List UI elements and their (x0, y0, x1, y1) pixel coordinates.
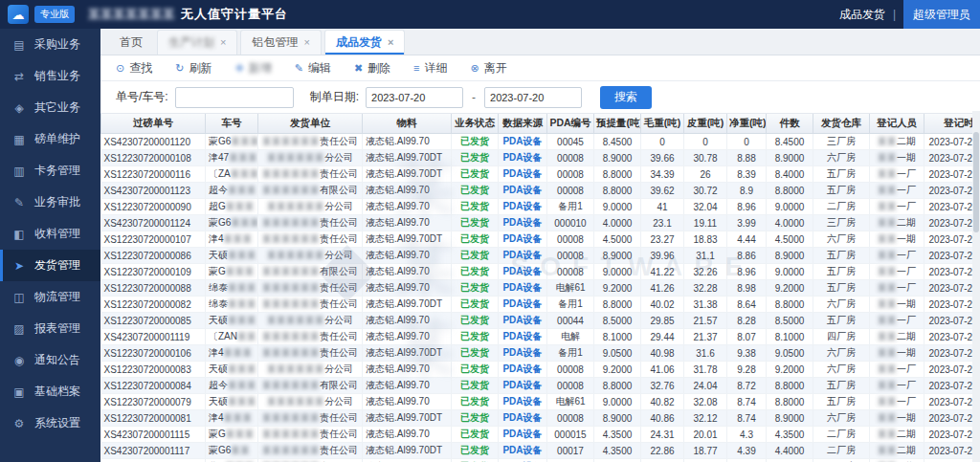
cell-pda-no: 00010 (547, 459, 594, 462)
col-header-status[interactable]: 业务状态 (452, 114, 499, 134)
table-row[interactable]: XS12230720000090超G某某某某某某某某某分公司液态铝.Al99.7… (101, 199, 973, 215)
date-from-input[interactable] (366, 87, 463, 108)
settings-icon: ⚙ (12, 417, 26, 430)
delete-button[interactable]: ✖删除 (354, 60, 390, 77)
tab-close-icon[interactable]: × (388, 37, 393, 48)
table-row[interactable]: XS12230720000108津47某某某某某某某某某分公司液态铝.Al99.… (101, 150, 973, 166)
table-row[interactable]: XS12230720000109蒙G某某某某某某某某某有限公司液态铝.Al99.… (101, 264, 973, 280)
col-header-tare[interactable]: 皮重(吨) (684, 114, 727, 134)
user-badge[interactable]: 超级管理员 (903, 0, 980, 29)
refresh-button[interactable]: ↻刷新 (175, 60, 212, 77)
col-header-pieces[interactable]: 件数 (767, 114, 813, 134)
table-row[interactable]: XS12230720000116〔ZA某某某某某某某某某责任公司液态铝.Al99… (101, 166, 973, 183)
col-header-car-no[interactable]: 车号 (206, 114, 258, 134)
tab-home[interactable]: 首页 (108, 30, 154, 55)
sidebar-item-logistics[interactable]: ◫物流管理 (0, 281, 100, 313)
bill-no-input[interactable] (175, 87, 294, 108)
data-grid: 过磅单号车号发货单位物料业务状态数据来源PDA编号预提量(吨)毛重(吨)皮重(吨… (100, 114, 972, 462)
table-row[interactable]: XS12230720000088绵泰某某某某某某某某某责任公司液态铝.Al99.… (101, 280, 973, 297)
col-header-gross[interactable]: 毛重(吨) (641, 114, 684, 134)
vertical-scrollbar[interactable] (972, 111, 980, 462)
tab-close-icon[interactable]: × (220, 37, 226, 48)
cell-planned: 8.1000 (594, 329, 641, 345)
table-row[interactable]: XS12230720000106津4某某某某某某某某某责任公司液态铝.Al99.… (101, 345, 973, 362)
cell-material: 液态铝.Al99.70 (363, 427, 452, 443)
cell-pieces: 9.0000 (767, 199, 813, 215)
tab-plan[interactable]: 生产计划× (157, 30, 237, 55)
table-row[interactable]: XS42307200001124蒙G6某某某某某某某某某责任公司液态铝.Al99… (101, 215, 973, 231)
table-row[interactable]: XS12230720000086天硕某某某某某某某某某分公司液态铝.Al99.7… (101, 248, 973, 264)
scrollbar-thumb[interactable] (973, 132, 979, 232)
table-row[interactable]: XS12230720000084超今某某某某某某某某某有限公司液态铝.Al99.… (101, 378, 973, 394)
sidebar-item-card[interactable]: ▥卡务管理 (0, 155, 100, 187)
table-row[interactable]: XS12230720000107津4某某某某某某某某某责任公司液态铝.Al99.… (101, 231, 973, 248)
cell-gross: 23.1 (641, 215, 684, 231)
find-button[interactable]: ⊙查找 (116, 60, 152, 77)
col-header-bill-no[interactable]: 过磅单号 (101, 114, 206, 134)
cell-registrar: 某某一厂 (870, 199, 924, 215)
col-header-source[interactable]: 数据来源 (499, 114, 547, 134)
date-to-input[interactable] (484, 87, 582, 108)
sidebar-item-receiving[interactable]: ◧收料管理 (0, 218, 100, 250)
sidebar-item-ticket[interactable]: ▦磅单维护 (0, 123, 100, 155)
search-button[interactable]: 搜索 (600, 86, 652, 109)
cell-status: 已发货 (452, 134, 499, 150)
cell-net: 8.07 (727, 329, 767, 345)
cell-bill-no: XS12230720000084 (101, 378, 206, 394)
tab-shipment[interactable]: 成品发货× (324, 30, 405, 55)
cell-source: PDA设备 (499, 248, 547, 264)
sidebar-item-other[interactable]: ◈其它业务 (0, 92, 100, 123)
add-button[interactable]: ✚新增 (234, 60, 271, 77)
col-header-planned[interactable]: 预提量(吨) (594, 114, 641, 134)
col-header-net[interactable]: 净重(吨) (727, 114, 767, 134)
col-header-registrar[interactable]: 登记人员 (870, 114, 924, 134)
col-header-reg-time[interactable]: 登记时间 ▾ (924, 114, 973, 134)
cell-pda-no: 00008 (547, 166, 594, 183)
table-row[interactable]: XS42307200001111蒙G某某某某某某某某某责任公司液态铝.Al99.… (101, 459, 973, 462)
cell-consignee: 某某某某某某责任公司 (258, 280, 363, 297)
cell-pieces: 8.8000 (767, 297, 813, 313)
sidebar-item-label: 发货管理 (34, 257, 80, 274)
sidebar-item-approval[interactable]: ✎业务审批 (0, 187, 100, 218)
cell-warehouse: 六厂房 (813, 297, 870, 313)
col-header-warehouse[interactable]: 发货仓库 (813, 114, 870, 134)
cell-planned: 4.0000 (594, 215, 641, 231)
tab-alu-pack[interactable]: 铝包管理× (240, 30, 321, 55)
sidebar-item-notice[interactable]: ◉通知公告 (0, 344, 100, 376)
edit-button[interactable]: ✎编辑 (295, 60, 331, 77)
sidebar-item-settings[interactable]: ⚙系统设置 (0, 407, 100, 439)
table-row[interactable]: XS12230720000083天硕某某某某某某某某某分公司液态铝.Al99.7… (101, 362, 973, 378)
col-header-material[interactable]: 物料 (363, 114, 452, 134)
cell-source: PDA设备 (499, 199, 547, 215)
table-row[interactable]: XS42307200001119〔ZAN某某某某某某某某责任公司液态铝.Al99… (101, 329, 973, 345)
sidebar-item-purchase[interactable]: ▤采购业务 (0, 29, 100, 60)
cell-tare: 18.83 (684, 231, 727, 248)
tab-bar: 首页生产计划×铝包管理×成品发货× (100, 29, 980, 55)
cell-tare: 19.11 (684, 215, 727, 231)
cell-registrar: 某某一期 (870, 150, 924, 166)
sidebar-item-shipping[interactable]: ➤发货管理 (0, 250, 100, 281)
cell-pieces: 4.0000 (767, 215, 813, 231)
source-badge: PDA设备 (502, 282, 542, 293)
table-row[interactable]: XS12230720000085天硕某某某某某某某某某分公司液态铝.Al99.7… (101, 313, 973, 329)
col-header-consignee[interactable]: 发货单位 (258, 114, 363, 134)
delete-icon: ✖ (354, 62, 363, 75)
sidebar-item-archives[interactable]: ▣基础档案 (0, 376, 100, 407)
sidebar-item-reports[interactable]: ▨报表管理 (0, 313, 100, 344)
table-row[interactable]: XS12230720000081津4某某某某某某某某某责任公司液态铝.Al99.… (101, 410, 973, 427)
tab-close-icon[interactable]: × (303, 37, 309, 48)
leave-button[interactable]: ⊗离开 (471, 60, 507, 77)
table-row[interactable]: XS42307200001120蒙G6某某某某某某某某某责任公司液态铝.Al99… (101, 134, 973, 150)
detail-button[interactable]: ≡详细 (413, 60, 447, 77)
cell-consignee: 某某某某某某分公司 (258, 248, 363, 264)
table-row[interactable]: XS12230720000082绵泰某某某某某某某某某责任公司液态铝.Al99.… (101, 297, 973, 313)
table-row[interactable]: XS12230720000079天硕某某某某某某某某某分公司液态铝.Al99.7… (101, 394, 973, 410)
table-row[interactable]: XS42307200001123超今某某某某某某某某某有限公司液态铝.Al99.… (101, 183, 973, 199)
col-header-pda-no[interactable]: PDA编号 (547, 114, 594, 134)
cell-source: PDA设备 (499, 231, 547, 248)
cell-planned: 4.5000 (594, 231, 641, 248)
leave-icon: ⊗ (471, 62, 479, 75)
sidebar-item-sales[interactable]: ⇄销售业务 (0, 60, 100, 92)
table-row[interactable]: XS42307200001117蒙G6某某某某某某某某责任公司液态铝.Al99.… (101, 443, 973, 459)
table-row[interactable]: XS42307200001115蒙G某某某某某某某某某责任公司液态铝.Al99.… (101, 427, 973, 443)
